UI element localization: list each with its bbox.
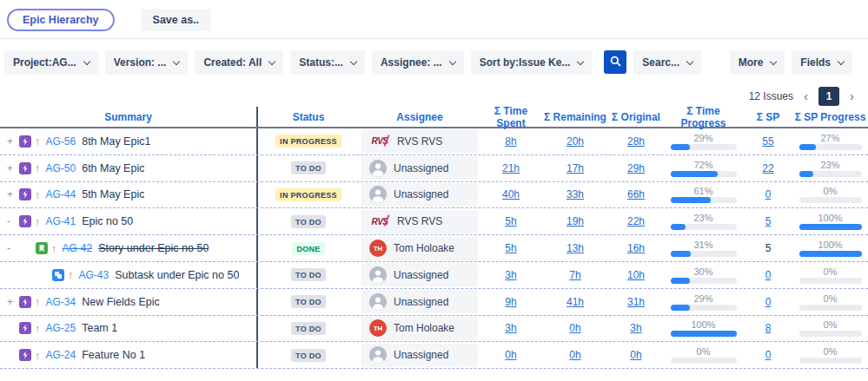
fields-menu-button[interactable]: Fields <box>792 50 852 75</box>
save-as-button[interactable]: Save as.. <box>141 9 212 31</box>
assignee-name: Tom Holoake <box>394 242 454 254</box>
sp-link[interactable]: 0 <box>765 269 772 281</box>
assignee-pill[interactable]: TH Tom Holoake <box>361 317 478 340</box>
original-link[interactable]: 3h <box>630 322 641 334</box>
remaining-link[interactable]: 19h <box>567 215 584 227</box>
expand-toggle[interactable]: - <box>7 215 19 227</box>
remaining-link[interactable]: 0h <box>569 322 580 334</box>
assignee-pill[interactable]: RVS RVS RVS <box>361 210 478 233</box>
remaining-link[interactable]: 33h <box>567 188 584 200</box>
issue-key-link[interactable]: AG-44 <box>46 188 76 200</box>
assignee-pill[interactable]: Unassigned <box>361 290 478 313</box>
filter-status[interactable]: Status:... <box>290 50 365 75</box>
sp-link[interactable]: 5 <box>765 215 772 227</box>
sp-link[interactable]: 0 <box>765 296 772 308</box>
unassigned-avatar-icon <box>369 346 387 364</box>
expand-toggle[interactable]: + <box>7 162 19 174</box>
remaining-cell: 19h <box>541 208 609 234</box>
original-link[interactable]: 16h <box>627 242 645 254</box>
assignee-pill[interactable]: Unassigned <box>361 156 478 180</box>
pagination-bar: 12 Issues ‹ 1 › <box>0 76 868 107</box>
remaining-link[interactable]: 20h <box>567 135 584 148</box>
column-header-original[interactable]: Σ Original <box>609 111 663 123</box>
sp-progress-cell: 23% <box>792 155 868 181</box>
original-link[interactable]: 28h <box>627 135 645 148</box>
sp-cell: 0 <box>744 342 792 368</box>
column-header-assignee[interactable]: Assignee <box>359 111 480 123</box>
remaining-link[interactable]: 17h <box>567 162 584 174</box>
assignee-pill[interactable]: Unassigned <box>361 344 478 367</box>
assignee-pill[interactable]: TH Tom Holoake <box>361 237 478 260</box>
issue-key-link[interactable]: AG-50 <box>46 162 76 174</box>
time-spent-link[interactable]: 8h <box>505 135 516 148</box>
filter-sort[interactable]: Sort by:Issue Ke... <box>471 50 593 75</box>
assignee-name: Unassigned <box>394 296 448 308</box>
search-button[interactable] <box>604 50 626 74</box>
filter-assignee[interactable]: Assignee: ... <box>372 50 464 75</box>
time-spent-link[interactable]: 5h <box>505 215 516 227</box>
more-menu-button[interactable]: More <box>730 50 785 75</box>
epic-hierarchy-view-button[interactable]: Epic Hierarchy <box>7 9 115 31</box>
original-link[interactable]: 29h <box>627 162 645 174</box>
time-spent-link[interactable]: 0h <box>505 349 516 361</box>
sp-link[interactable]: 22 <box>762 162 773 174</box>
sp-progress-bar <box>799 171 862 177</box>
prev-page-icon[interactable]: ‹ <box>804 89 808 102</box>
original-link[interactable]: 31h <box>627 296 645 308</box>
expand-toggle[interactable]: + <box>7 296 19 308</box>
assignee-cell: RVS RVS RVS <box>359 128 480 154</box>
column-header-summary[interactable]: Summary <box>0 107 258 127</box>
original-link[interactable]: 22h <box>627 215 645 227</box>
assignee-pill[interactable]: Unassigned <box>361 183 478 207</box>
issue-key-link[interactable]: AG-24 <box>46 349 76 361</box>
sp-link[interactable]: 8 <box>765 322 772 334</box>
issue-key-link[interactable]: AG-41 <box>46 215 76 227</box>
expand-toggle[interactable]: + <box>7 135 19 148</box>
page-number[interactable]: 1 <box>818 87 839 106</box>
time-spent-link[interactable]: 40h <box>502 188 520 200</box>
expand-toggle[interactable]: - <box>7 242 19 254</box>
filter-project[interactable]: Project:AG... <box>4 50 98 75</box>
issue-key-link[interactable]: AG-56 <box>46 135 76 148</box>
time-spent-link[interactable]: 3h <box>505 269 516 281</box>
next-page-icon[interactable]: › <box>850 89 854 102</box>
filter-created[interactable]: Created: All <box>195 50 283 75</box>
column-header-sp[interactable]: Σ SP <box>744 111 792 123</box>
time-spent-link[interactable]: 3h <box>505 322 516 334</box>
filter-status-label: Status:... <box>299 56 343 69</box>
filter-search[interactable]: Searc... <box>633 50 701 75</box>
time-progress-label: 23% <box>693 213 712 223</box>
original-link[interactable]: 66h <box>627 188 645 200</box>
column-header-time-progress[interactable]: Σ Time Progress <box>663 105 744 129</box>
column-header-time-spent[interactable]: Σ Time Spent <box>480 105 541 129</box>
sp-progress-cell: 0% <box>792 342 868 368</box>
time-spent-link[interactable]: 21h <box>502 162 520 174</box>
remaining-cell: 0h <box>541 316 609 342</box>
remaining-link[interactable]: 0h <box>569 349 580 361</box>
sp-link[interactable]: 0 <box>765 349 772 361</box>
time-spent-link[interactable]: 9h <box>505 296 516 308</box>
sp-link[interactable]: 55 <box>762 135 773 148</box>
issue-key-link[interactable]: AG-25 <box>46 322 76 334</box>
remaining-link[interactable]: 41h <box>567 296 584 308</box>
remaining-link[interactable]: 13h <box>567 242 584 254</box>
column-header-sp-progress[interactable]: Σ SP Progress <box>792 111 868 123</box>
issue-key-link[interactable]: AG-34 <box>46 296 76 308</box>
filter-version[interactable]: Version: ... <box>105 50 189 75</box>
issue-key-link[interactable]: AG-43 <box>79 269 109 281</box>
issue-key-link[interactable]: AG-42 <box>63 242 93 254</box>
more-label: More <box>739 56 764 69</box>
original-link[interactable]: 0h <box>630 349 641 361</box>
column-header-status[interactable]: Status <box>258 111 359 123</box>
expand-toggle[interactable]: + <box>7 188 19 200</box>
column-header-remaining[interactable]: Σ Remaining <box>541 111 609 123</box>
sp-link[interactable]: 0 <box>765 188 772 200</box>
time-spent-link[interactable]: 5h <box>505 242 516 254</box>
original-link[interactable]: 10h <box>627 269 645 281</box>
remaining-link[interactable]: 7h <box>569 269 580 281</box>
status-cell: TO DO <box>258 262 359 288</box>
assignee-pill[interactable]: RVS RVS RVS <box>361 129 478 153</box>
assignee-pill[interactable]: Unassigned <box>361 263 478 286</box>
time-progress-cell: 30% <box>663 262 744 288</box>
priority-up-icon: ↑ <box>35 295 41 308</box>
